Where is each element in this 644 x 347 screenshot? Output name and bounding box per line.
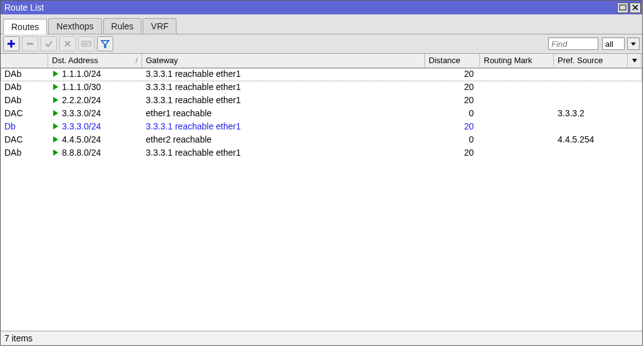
route-active-icon	[53, 149, 58, 156]
header-columns-menu[interactable]	[628, 54, 641, 68]
tab-routes[interactable]: Routes	[3, 19, 47, 34]
cell-distance: 20	[425, 94, 480, 107]
tab-bar: Routes Nexthops Rules VRF	[1, 14, 642, 34]
close-button[interactable]	[630, 3, 641, 13]
window-title: Route List	[4, 3, 616, 13]
sort-indicator-icon: /	[135, 56, 138, 65]
tab-rules[interactable]: Rules	[103, 18, 142, 34]
cell-gateway: ether1 reachable	[142, 108, 425, 120]
table-row[interactable]: DAC4.4.5.0/24ether2 reachable04.4.5.254	[1, 134, 642, 147]
cell-routing-mark	[480, 94, 554, 107]
cell-gateway: 3.3.3.1 reachable ether1	[142, 121, 425, 133]
cell-spacer	[628, 121, 641, 133]
cell-dst-address: 3.3.3.0/24	[48, 121, 142, 133]
check-icon	[44, 39, 53, 48]
cell-spacer	[628, 94, 641, 107]
table-row[interactable]: DAb1.1.1.0/303.3.3.1 reachable ether120	[1, 81, 642, 94]
cell-pref-source	[554, 68, 628, 81]
filter-button[interactable]	[97, 36, 113, 51]
cell-gateway: 3.3.3.1 reachable ether1	[142, 147, 425, 159]
header-dst-address[interactable]: Dst. Address /	[48, 54, 142, 68]
cell-pref-source: 3.3.3.2	[554, 108, 628, 120]
cell-spacer	[628, 147, 641, 159]
header-distance[interactable]: Distance	[425, 54, 480, 68]
cell-dst-address: 8.8.8.0/24	[48, 147, 142, 159]
x-icon	[63, 39, 72, 48]
header-pref-source[interactable]: Pref. Source	[554, 54, 628, 68]
item-count: 7 items	[4, 333, 33, 343]
minus-icon	[26, 39, 34, 48]
enable-button[interactable]	[41, 36, 57, 51]
cell-pref-source	[554, 147, 628, 159]
cell-dst-address: 4.4.5.0/24	[48, 134, 142, 146]
cell-routing-mark	[480, 81, 554, 94]
scope-dropdown-button[interactable]	[627, 38, 640, 50]
cell-pref-source	[554, 121, 628, 133]
comment-button[interactable]	[78, 36, 95, 51]
route-active-icon	[53, 123, 58, 129]
disable-button[interactable]	[59, 36, 76, 51]
table-row[interactable]: DAC3.3.3.0/24ether1 reachable03.3.3.2	[1, 108, 642, 121]
table-row[interactable]: DAb1.1.1.0/243.3.3.1 reachable ether120	[1, 68, 642, 81]
route-list-window: Route List Routes Nexthops Rules VRF	[0, 0, 643, 346]
cell-spacer	[628, 81, 641, 94]
svg-rect-8	[82, 41, 91, 46]
toolbar: all	[1, 34, 642, 54]
table-row[interactable]: DAb8.8.8.0/243.3.3.1 reachable ether120	[1, 147, 642, 160]
minimize-button[interactable]	[617, 3, 628, 13]
cell-pref-source	[554, 81, 628, 94]
cell-dst-address: 1.1.1.0/24	[48, 68, 142, 81]
svg-marker-12	[631, 43, 636, 46]
route-active-icon	[53, 84, 58, 90]
cell-spacer	[628, 68, 641, 81]
add-button[interactable]	[3, 36, 19, 51]
svg-marker-13	[632, 59, 637, 63]
route-active-icon	[53, 97, 58, 103]
header-flags[interactable]	[1, 54, 48, 68]
cell-flags: DAb	[1, 94, 48, 107]
cell-distance: 0	[425, 108, 480, 120]
close-icon	[631, 4, 639, 11]
route-active-icon	[53, 136, 58, 143]
tab-vrf[interactable]: VRF	[143, 18, 176, 34]
remove-button[interactable]	[22, 36, 38, 51]
scope-label: all	[605, 39, 613, 49]
route-active-icon	[53, 110, 58, 116]
cell-spacer	[628, 134, 641, 146]
header-gateway[interactable]: Gateway	[142, 54, 425, 68]
funnel-icon	[101, 39, 110, 48]
route-active-icon	[53, 71, 58, 77]
cell-dst-address: 3.3.3.0/24	[48, 108, 142, 120]
table-body[interactable]: DAb1.1.1.0/243.3.3.1 reachable ether120D…	[1, 68, 642, 331]
cell-distance: 20	[425, 81, 480, 94]
cell-distance: 0	[425, 134, 480, 146]
cell-flags: DAC	[1, 108, 48, 120]
cell-distance: 20	[425, 68, 480, 81]
cell-gateway: 3.3.3.1 reachable ether1	[142, 94, 425, 107]
minimize-icon	[619, 4, 626, 11]
cell-gateway: 3.3.3.1 reachable ether1	[142, 81, 425, 94]
svg-marker-11	[101, 41, 109, 48]
cell-flags: DAb	[1, 147, 48, 159]
cell-routing-mark	[480, 147, 554, 159]
table-header: Dst. Address / Gateway Distance Routing …	[1, 54, 642, 68]
cell-gateway: ether2 reachable	[142, 134, 425, 146]
status-bar: 7 items	[1, 331, 642, 345]
cell-pref-source	[554, 94, 628, 107]
cell-gateway: 3.3.3.1 reachable ether1	[142, 68, 425, 81]
cell-dst-address: 1.1.1.0/30	[48, 81, 142, 94]
cell-distance: 20	[425, 147, 480, 159]
table-row[interactable]: Db3.3.3.0/243.3.3.1 reachable ether120	[1, 121, 642, 134]
tab-nexthops[interactable]: Nexthops	[48, 18, 101, 34]
find-input[interactable]	[548, 38, 598, 50]
svg-rect-0	[620, 5, 626, 10]
cell-flags: Db	[1, 121, 48, 133]
header-routing-mark[interactable]: Routing Mark	[480, 54, 554, 68]
cell-flags: DAb	[1, 68, 48, 81]
cell-flags: DAC	[1, 134, 48, 146]
titlebar[interactable]: Route List	[1, 1, 642, 14]
scope-select[interactable]: all	[602, 38, 625, 50]
cell-spacer	[628, 108, 641, 120]
comment-icon	[81, 40, 91, 48]
table-row[interactable]: DAb2.2.2.0/243.3.3.1 reachable ether120	[1, 94, 642, 108]
